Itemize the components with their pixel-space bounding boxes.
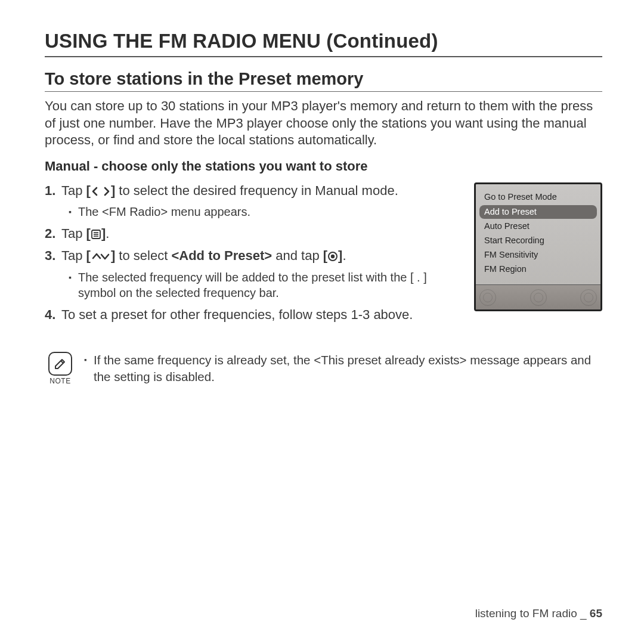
- menu-item-auto-preset: Auto Preset: [482, 219, 595, 234]
- menu-icon: [91, 229, 101, 240]
- up-down-button-label: []: [86, 248, 116, 263]
- step-text: Tap: [61, 248, 86, 263]
- add-to-preset-label: <Add to Preset>: [171, 248, 272, 263]
- section-title: To store stations in the Preset memory: [45, 69, 602, 92]
- device-screenshot: Go to Preset Mode Add to Preset Auto Pre…: [474, 182, 602, 312]
- page-title: USING THE FM RADIO MENU (Continued): [45, 30, 602, 57]
- select-button-label: []: [323, 248, 343, 263]
- intro-paragraph: You can store up to 30 stations in your …: [45, 98, 602, 149]
- device-menu: Go to Preset Mode Add to Preset Auto Pre…: [476, 184, 600, 285]
- pencil-icon: [52, 356, 68, 371]
- step-4: 4. To set a preset for other frequencies…: [45, 306, 462, 324]
- steps-column: 1. Tap [] to select the desired frequenc…: [45, 182, 462, 328]
- menu-item-goto-preset: Go to Preset Mode: [482, 190, 595, 205]
- menu-item-fm-region: FM Region: [482, 262, 595, 277]
- step-text: and tap: [272, 248, 323, 263]
- subsection-title: Manual - choose only the stations you wa…: [45, 159, 602, 174]
- step-text: .: [342, 248, 346, 263]
- chevron-up-down-icon: [91, 251, 111, 262]
- step-number: 1.: [45, 182, 55, 200]
- note-text: If the same frequency is already set, th…: [84, 352, 602, 385]
- page-footer: listening to FM radio _ 65: [475, 607, 602, 620]
- step-text: Tap: [61, 183, 86, 198]
- menu-item-add-to-preset: Add to Preset: [479, 205, 597, 219]
- chevron-left-right-icon: [91, 186, 111, 197]
- note-icon: [48, 352, 72, 376]
- swirl-icon: [580, 289, 597, 306]
- content-row: 1. Tap [] to select the desired frequenc…: [45, 182, 602, 328]
- menu-item-start-recording: Start Recording: [482, 234, 595, 248]
- left-right-button-label: []: [86, 183, 116, 198]
- step-text: Tap: [61, 226, 86, 241]
- step-number: 2.: [45, 225, 55, 243]
- menu-item-fm-sensitivity: FM Sensitivity: [482, 248, 595, 262]
- note-row: NOTE If the same frequency is already se…: [45, 352, 602, 385]
- note-icon-column: NOTE: [45, 352, 76, 385]
- step-3-bullet: The selected frequency will be added to …: [45, 270, 462, 301]
- step-2: 2. Tap [].: [45, 225, 462, 243]
- step-text: To set a preset for other frequencies, f…: [61, 307, 413, 322]
- circle-select-icon: [327, 251, 338, 262]
- svg-point-5: [331, 255, 335, 258]
- note-label: NOTE: [49, 377, 70, 385]
- step-number: 4.: [45, 306, 55, 324]
- step-number: 3.: [45, 247, 55, 265]
- step-text: to select the desired frequency in Manua…: [115, 183, 398, 198]
- swirl-icon: [530, 289, 547, 306]
- footer-section: listening to FM radio _: [475, 607, 590, 620]
- step-1-bullet: The <FM Radio> menu appears.: [45, 204, 462, 219]
- step-1: 1. Tap [] to select the desired frequenc…: [45, 182, 462, 200]
- footer-page-number: 65: [590, 607, 602, 620]
- step-text: .: [106, 226, 109, 241]
- device-bottom-bar: [476, 284, 600, 309]
- swirl-icon: [479, 289, 496, 306]
- step-3: 3. Tap [] to select <Add to Preset> and …: [45, 247, 462, 265]
- menu-button-label: []: [86, 226, 106, 241]
- step-text: to select: [115, 248, 171, 263]
